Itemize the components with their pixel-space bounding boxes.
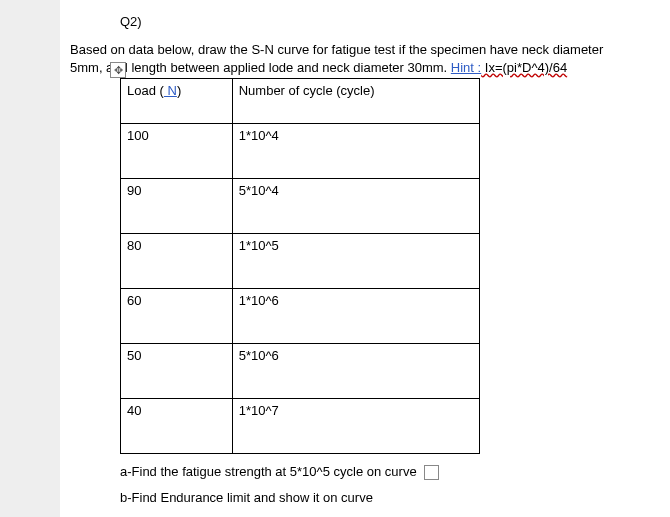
header-load: Load ( N): [121, 79, 233, 124]
table-anchor-icon[interactable]: ✥: [110, 62, 126, 78]
cell-cycles: 5*10^6: [232, 344, 479, 399]
header-load-n: N: [164, 83, 177, 98]
table-row: 50 5*10^6: [121, 344, 480, 399]
table-row: 80 1*10^5: [121, 234, 480, 289]
cell-cycles: 1*10^4: [232, 124, 479, 179]
anchor-glyph: ✥: [114, 64, 123, 77]
header-load-prefix: Load (: [127, 83, 164, 98]
table-row: 60 1*10^6: [121, 289, 480, 344]
question-text: Based on data below, draw the S-N curve …: [70, 41, 630, 76]
checkbox-icon[interactable]: [424, 465, 439, 480]
cell-cycles: 1*10^7: [232, 399, 479, 454]
sub-question-a: a-Find the fatigue strength at 5*10^5 cy…: [120, 464, 630, 480]
hint-formula: Ix=(pi*D^4)/64: [481, 60, 567, 75]
table-row: 40 1*10^7: [121, 399, 480, 454]
cell-load: 100: [121, 124, 233, 179]
cell-load: 90: [121, 179, 233, 234]
cell-cycles: 1*10^5: [232, 234, 479, 289]
table-row: 90 5*10^4: [121, 179, 480, 234]
question-line2-lead: 5mm, and length between applied lode and…: [70, 60, 451, 75]
cell-load: 80: [121, 234, 233, 289]
question-line1: Based on data below, draw the S-N curve …: [70, 42, 603, 57]
sub-question-a-text: a-Find the fatigue strength at 5*10^5 cy…: [120, 464, 417, 479]
cell-load: 60: [121, 289, 233, 344]
cell-load: 50: [121, 344, 233, 399]
table-row: 100 1*10^4: [121, 124, 480, 179]
cell-cycles: 1*10^6: [232, 289, 479, 344]
cell-cycles: 5*10^4: [232, 179, 479, 234]
header-load-suffix: ): [177, 83, 181, 98]
sub-question-b: b-Find Endurance limit and show it on cu…: [120, 490, 630, 505]
question-label: Q2): [120, 14, 630, 29]
hint-label: Hint :: [451, 60, 481, 75]
header-cycles: Number of cycle (cycle): [232, 79, 479, 124]
table-header-row: Load ( N) Number of cycle (cycle): [121, 79, 480, 124]
data-table: Load ( N) Number of cycle (cycle) 100 1*…: [120, 78, 480, 454]
cell-load: 40: [121, 399, 233, 454]
document-page: Q2) Based on data below, draw the S-N cu…: [60, 0, 670, 517]
